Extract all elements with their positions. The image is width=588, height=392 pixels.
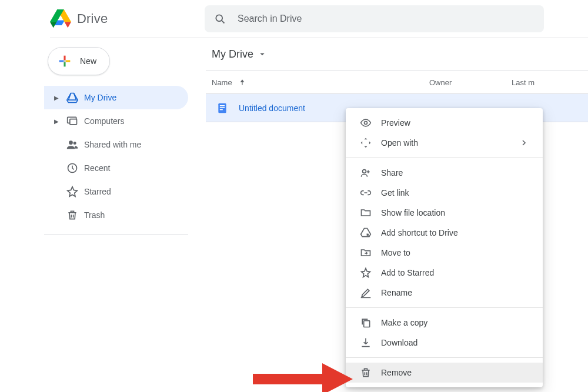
- menu-add-shortcut[interactable]: Add shortcut to Drive: [346, 223, 543, 243]
- product-name: Drive: [77, 11, 108, 26]
- col-name[interactable]: Name: [212, 78, 429, 87]
- nav-computers[interactable]: ▶ Computers: [44, 109, 188, 133]
- share-icon: [360, 167, 381, 179]
- col-modified[interactable]: Last m: [512, 78, 588, 87]
- expand-icon[interactable]: ▶: [52, 118, 61, 125]
- nav-trash[interactable]: Trash: [44, 203, 188, 227]
- svg-point-0: [216, 15, 222, 21]
- breadcrumb-dropdown-icon[interactable]: [257, 49, 268, 59]
- context-menu: Preview Open with Share Get link Show fi…: [346, 108, 543, 387]
- menu-share[interactable]: Share: [346, 163, 543, 183]
- recent-icon: [61, 162, 84, 174]
- search-input[interactable]: [236, 13, 534, 25]
- menu-divider: [346, 307, 543, 308]
- sidebar: New ▶ My Drive ▶ Computers: [44, 41, 188, 234]
- menu-show-location[interactable]: Show file location: [346, 203, 543, 223]
- menu-preview[interactable]: Preview: [346, 113, 543, 133]
- pencil-icon: [360, 287, 381, 299]
- svg-rect-14: [220, 105, 225, 106]
- logo-area: Drive: [50, 9, 205, 28]
- sort-arrow-up-icon[interactable]: [238, 78, 246, 86]
- chevron-right-icon: [519, 138, 529, 148]
- svg-rect-12: [242, 82, 242, 85]
- menu-add-starred[interactable]: Add to Starred: [346, 263, 543, 283]
- svg-point-17: [365, 122, 368, 125]
- sidebar-divider: [44, 234, 188, 234]
- menu-open-with[interactable]: Open with: [346, 133, 543, 153]
- nav-label: Recent: [84, 163, 110, 173]
- menu-rename[interactable]: Rename: [346, 283, 543, 303]
- expand-icon[interactable]: ▶: [52, 95, 61, 101]
- open-with-icon: [360, 137, 381, 149]
- svg-point-10: [74, 142, 76, 145]
- nav-label: Starred: [84, 187, 111, 196]
- menu-download[interactable]: Download: [346, 333, 543, 353]
- nav-label: My Drive: [84, 93, 116, 102]
- svg-rect-4: [59, 60, 64, 62]
- nav-shared[interactable]: Shared with me: [44, 133, 188, 156]
- menu-move-to[interactable]: Move to: [346, 243, 543, 263]
- plus-icon: [56, 53, 73, 69]
- nav-label: Shared with me: [84, 140, 141, 149]
- nav-starred[interactable]: Starred: [44, 180, 188, 203]
- computers-icon: [61, 115, 84, 127]
- shortcut-icon: [360, 227, 381, 239]
- search-icon: [214, 13, 226, 25]
- svg-rect-8: [70, 119, 77, 125]
- svg-rect-15: [220, 107, 225, 108]
- docs-file-icon: [216, 102, 228, 114]
- nav-my-drive[interactable]: ▶ My Drive: [44, 86, 188, 109]
- svg-rect-19: [364, 321, 370, 327]
- menu-divider: [346, 357, 543, 358]
- my-drive-icon: [61, 92, 84, 103]
- trash-icon: [360, 367, 381, 378]
- svg-rect-16: [220, 109, 223, 110]
- nav-list: ▶ My Drive ▶ Computers: [44, 86, 188, 227]
- breadcrumb[interactable]: My Drive: [206, 38, 588, 71]
- col-owner[interactable]: Owner: [429, 78, 512, 87]
- nav-label: Computers: [84, 116, 124, 126]
- trash-icon: [61, 209, 84, 221]
- nav-label: Trash: [84, 210, 105, 220]
- column-headers: Name Owner Last m: [206, 71, 588, 94]
- menu-remove[interactable]: Remove: [346, 363, 543, 383]
- new-button-label: New: [80, 56, 96, 66]
- search-bar[interactable]: [205, 5, 544, 32]
- download-icon: [360, 337, 381, 349]
- svg-rect-5: [66, 60, 71, 62]
- svg-point-18: [363, 170, 366, 173]
- star-icon: [360, 267, 381, 279]
- copy-icon: [360, 317, 381, 329]
- new-button[interactable]: New: [48, 47, 110, 75]
- menu-make-copy[interactable]: Make a copy: [346, 313, 543, 333]
- svg-rect-6: [64, 60, 65, 62]
- link-icon: [360, 187, 381, 199]
- file-name: Untitled document: [239, 103, 305, 113]
- svg-rect-2: [64, 56, 65, 61]
- drive-logo-icon: [50, 9, 71, 28]
- svg-rect-3: [64, 62, 65, 67]
- folder-icon: [360, 207, 381, 219]
- svg-line-1: [222, 21, 225, 24]
- nav-recent[interactable]: Recent: [44, 156, 188, 180]
- header: Drive: [0, 0, 588, 38]
- star-icon: [61, 186, 84, 197]
- shared-icon: [61, 139, 84, 150]
- svg-point-9: [69, 140, 73, 145]
- eye-icon: [360, 117, 381, 129]
- menu-divider: [346, 158, 543, 158]
- menu-get-link[interactable]: Get link: [346, 183, 543, 203]
- breadcrumb-label: My Drive: [212, 48, 253, 61]
- move-icon: [360, 247, 381, 259]
